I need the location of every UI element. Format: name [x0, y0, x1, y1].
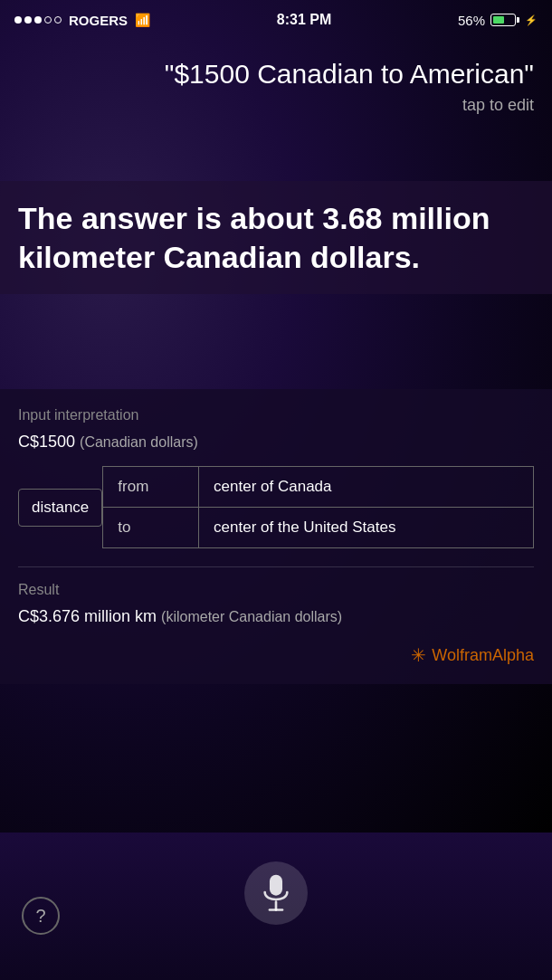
battery-fill — [493, 16, 504, 24]
answer-text: The answer is about 3.68 million kilomet… — [18, 201, 490, 274]
wifi-icon: 📶 — [135, 13, 150, 27]
distance-table: from center of Canada to center of the U… — [102, 466, 534, 548]
input-interpretation-section: Input interpretation C$1500 (Canadian do… — [18, 407, 534, 548]
mic-icon — [260, 873, 292, 913]
battery-tip — [517, 17, 519, 23]
table-row-from: from center of Canada — [103, 467, 534, 508]
svg-rect-0 — [270, 874, 282, 895]
carrier-label: ROGERS — [69, 13, 128, 28]
signal-dot-1 — [14, 16, 22, 24]
status-right: 56% ⚡ — [458, 13, 538, 28]
divider — [18, 566, 534, 567]
result-title: Result — [18, 582, 534, 598]
wolfram-logo-text: WolframAlpha — [432, 646, 534, 665]
query-area[interactable]: "$1500 Canadian to American" tap to edit — [0, 40, 552, 124]
signal-dot-3 — [34, 16, 42, 24]
status-left: ROGERS 📶 — [14, 13, 150, 28]
wolfram-card: Input interpretation C$1500 (Canadian do… — [0, 389, 552, 684]
status-time: 8:31 PM — [277, 12, 331, 28]
signal-dot-5 — [54, 16, 62, 24]
from-label: from — [103, 467, 199, 508]
result-section: Result C$3.676 million km (kilometer Can… — [18, 582, 534, 626]
help-button[interactable]: ? — [22, 897, 60, 935]
to-value: center of the United States — [199, 508, 534, 548]
from-value: center of Canada — [199, 467, 534, 508]
input-interpretation-title: Input interpretation — [18, 407, 534, 423]
status-bar: ROGERS 📶 8:31 PM 56% ⚡ — [0, 0, 552, 40]
distance-table-container: distance from center of Canada to center… — [18, 466, 534, 548]
signal-dots — [14, 16, 62, 24]
mic-button[interactable] — [244, 861, 308, 925]
result-unit: (kilometer Canadian dollars) — [161, 609, 342, 624]
signal-dot-4 — [44, 16, 52, 24]
interpretation-value: C$1500 (Canadian dollars) — [18, 433, 534, 452]
query-text[interactable]: "$1500 Canadian to American" — [18, 58, 534, 90]
bottom-bar: ? — [0, 833, 552, 980]
wolfram-star-icon: ✳ — [411, 644, 426, 666]
charging-icon: ⚡ — [525, 14, 538, 26]
battery-body — [490, 14, 516, 26]
table-row-to: to center of the United States — [103, 508, 534, 548]
signal-dot-2 — [24, 16, 32, 24]
battery-percentage: 56% — [458, 13, 485, 28]
battery-icon — [490, 14, 519, 26]
interp-currency-value: C$1500 — [18, 433, 75, 451]
interp-currency-unit: (Canadian dollars) — [80, 434, 198, 450]
wolfram-logo: ✳ WolframAlpha — [18, 644, 534, 666]
result-value: C$3.676 million km (kilometer Canadian d… — [18, 607, 534, 626]
distance-label-box: distance — [18, 489, 102, 527]
to-label: to — [103, 508, 199, 548]
answer-area: The answer is about 3.68 million kilomet… — [0, 181, 552, 294]
result-number: C$3.676 million km — [18, 607, 157, 625]
tap-to-edit[interactable]: tap to edit — [18, 96, 534, 115]
